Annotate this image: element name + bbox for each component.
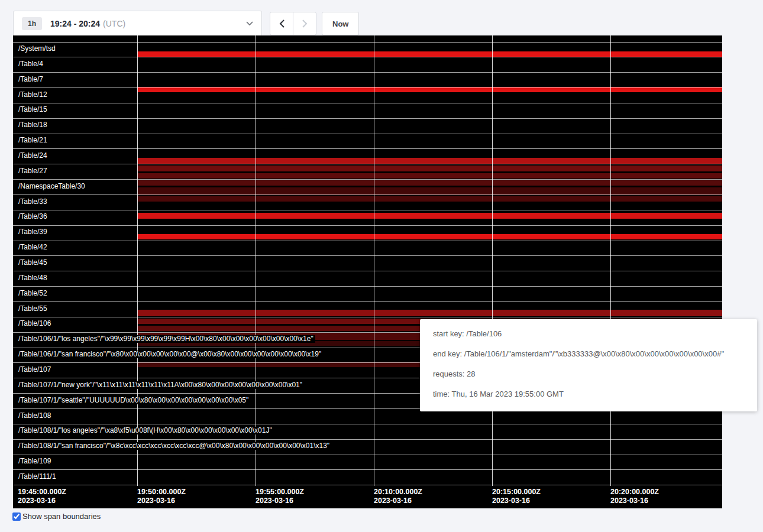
time-range-selector[interactable]: 1h 19:24 - 20:24 (UTC) (13, 11, 262, 37)
heat-band (137, 180, 722, 186)
time-gridline (137, 35, 138, 486)
row-boundary-line (13, 179, 722, 180)
row-label: /Table/7 (18, 76, 45, 83)
row-label: /Table/108/1/"los angeles"/"\xa8\xf5\u00… (18, 427, 274, 434)
row-boundary-line (13, 72, 722, 73)
row-label: /System/tsd (18, 45, 57, 53)
row-label: /Table/12 (18, 91, 49, 99)
show-span-boundaries: Show span boundaries (12, 512, 101, 521)
heat-band (137, 213, 722, 219)
row-boundary-line (13, 271, 722, 271)
row-label: /Table/109 (18, 458, 53, 465)
row-boundary-line (13, 225, 722, 226)
row-label: /Table/33 (18, 198, 49, 206)
row-label: /Table/42 (18, 244, 49, 251)
row-label: /Table/107 (18, 366, 53, 374)
x-axis-tick: 20:20:00.000Z2023-03-16 (610, 488, 659, 505)
heat-band (137, 166, 722, 171)
range-label: 19:24 - 20:24 (50, 19, 100, 28)
next-range-button[interactable] (293, 12, 316, 35)
row-label: /Table/24 (18, 152, 49, 160)
row-boundary-line (13, 485, 722, 485)
x-axis-tick: 20:15:00.000Z2023-03-16 (492, 488, 541, 505)
row-boundary-line (13, 134, 722, 134)
row-label: /Table/108/1/"san francisco"/"\x8c\xcc\x… (18, 442, 331, 450)
key-visualizer-page: 1h 19:24 - 20:24 (UTC) Now /System/tsd/T… (0, 0, 763, 532)
row-label: /Table/111/1 (18, 473, 58, 481)
row-boundary-line (13, 87, 722, 88)
row-boundary-line (13, 455, 722, 455)
x-axis-tick: 20:10:00.000Z2023-03-16 (374, 488, 422, 505)
time-gridline (256, 35, 256, 486)
row-boundary-line (13, 57, 722, 57)
range-timezone: (UTC) (103, 19, 125, 28)
row-label: /Table/18 (18, 121, 49, 129)
range-duration-badge: 1h (22, 17, 42, 30)
show-span-boundaries-checkbox[interactable] (12, 512, 21, 521)
x-axis-tick: 19:55:00.000Z2023-03-16 (256, 488, 304, 505)
row-boundary-line (13, 42, 722, 43)
time-gridline (374, 35, 374, 486)
row-label: /Table/107/1/"seattle"/"UUUUUUD\x00\x80\… (18, 397, 250, 404)
row-boundary-line (13, 469, 722, 470)
row-boundary-line (13, 301, 722, 302)
row-boundary-line (13, 194, 722, 195)
heat-band (137, 196, 722, 202)
row-boundary-line (13, 118, 722, 119)
time-gridline (492, 35, 493, 486)
row-boundary-line (13, 255, 722, 256)
chevron-right-icon (302, 20, 308, 28)
heat-band (137, 234, 722, 239)
row-label: /Table/45 (18, 259, 49, 267)
row-boundary-line (13, 286, 722, 287)
row-label: /Table/4 (18, 60, 45, 68)
row-boundary-line (13, 148, 722, 149)
row-label: /Table/106/1/"san francisco"/"\x80\x00\x… (18, 351, 323, 358)
x-axis-tick: 19:45:00.000Z2023-03-16 (18, 488, 66, 505)
row-boundary-line (13, 210, 722, 210)
now-button[interactable]: Now (322, 12, 359, 35)
row-label: /Table/27 (18, 167, 49, 175)
row-boundary-line (13, 317, 722, 317)
heat-band (137, 310, 722, 316)
checkbox-label: Show span boundaries (22, 512, 101, 521)
row-label: /Table/48 (18, 274, 49, 282)
row-label: /Table/107/1/"new york"/"\x11\x11\x11\x1… (18, 381, 304, 389)
row-label: /Table/55 (18, 305, 49, 313)
hover-tooltip: start key: /Table/106 end key: /Table/10… (420, 319, 757, 411)
heat-band (137, 158, 722, 164)
chevron-left-icon (279, 20, 284, 28)
time-gridline (610, 35, 611, 486)
heat-band (137, 187, 722, 195)
row-label: /Table/36 (18, 213, 49, 220)
prev-range-button[interactable] (270, 12, 293, 35)
row-label: /Table/21 (18, 137, 49, 144)
row-boundary-line (13, 164, 722, 164)
heat-band (137, 173, 722, 179)
row-boundary-line (13, 439, 722, 440)
row-label: /Table/52 (18, 290, 49, 297)
tooltip-start-key: start key: /Table/106 (433, 324, 744, 344)
time-toolbar: 1h 19:24 - 20:24 (UTC) Now (13, 11, 359, 37)
tooltip-end-key: end key: /Table/106/1/"amsterdam"/"\xb33… (433, 344, 744, 364)
row-label: /NamespaceTable/30 (18, 183, 87, 190)
row-boundary-line (13, 241, 722, 241)
row-boundary-line (13, 424, 722, 424)
row-label: /Table/108 (18, 412, 53, 420)
row-label: /Table/15 (18, 106, 49, 113)
row-boundary-line (13, 103, 722, 103)
row-label: /Table/39 (18, 228, 49, 236)
key-visualizer-canvas[interactable]: /System/tsd/Table/4/Table/7/Table/12/Tab… (13, 35, 722, 508)
x-axis-tick: 19:50:00.000Z2023-03-16 (137, 488, 186, 505)
row-label: /Table/106 (18, 320, 53, 327)
tooltip-time: time: Thu, 16 Mar 2023 19:55:00 GMT (433, 384, 744, 404)
tooltip-requests: requests: 28 (433, 364, 744, 384)
range-nav-group (270, 12, 316, 35)
chevron-down-icon (246, 21, 253, 26)
row-label: /Table/106/1/"los angeles"/"\x99\x99\x99… (18, 335, 315, 343)
